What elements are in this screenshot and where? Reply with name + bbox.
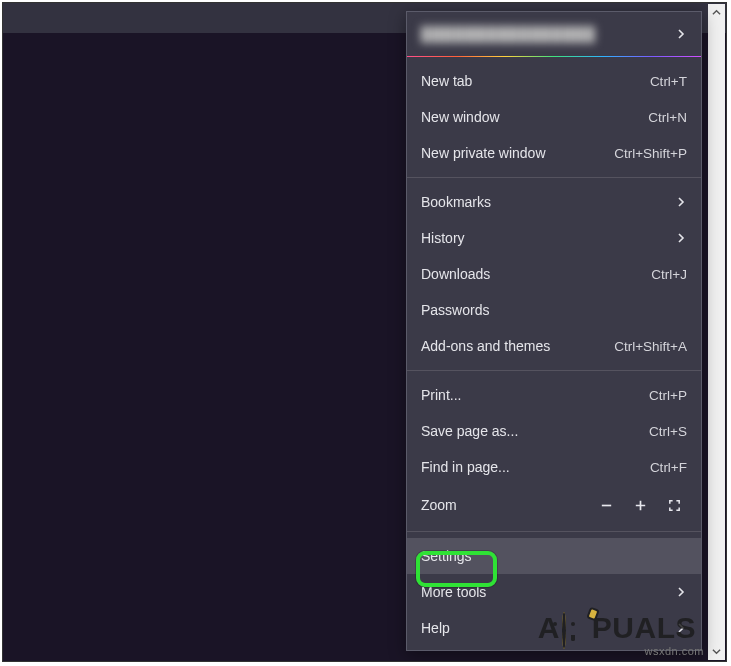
fullscreen-icon bbox=[667, 498, 682, 513]
watermark-site: wsxdn.com bbox=[644, 645, 704, 657]
menu-item-more-tools[interactable]: More tools bbox=[407, 574, 701, 610]
menu-shortcut: Ctrl+P bbox=[649, 388, 687, 403]
menu-item-new-private-window[interactable]: New private window Ctrl+Shift+P bbox=[407, 135, 701, 171]
menu-shortcut: Ctrl+Shift+P bbox=[614, 146, 687, 161]
menu-shortcut: Ctrl+J bbox=[651, 267, 687, 282]
menu-shortcut: Ctrl+T bbox=[650, 74, 687, 89]
menu-label: Add-ons and themes bbox=[421, 338, 550, 354]
menu-label: More tools bbox=[421, 584, 486, 600]
menu-item-addons[interactable]: Add-ons and themes Ctrl+Shift+A bbox=[407, 328, 701, 364]
menu-label: Help bbox=[421, 620, 450, 636]
plus-icon bbox=[633, 498, 648, 513]
minus-icon bbox=[599, 498, 614, 513]
menu-label: Bookmarks bbox=[421, 194, 491, 210]
menu-label: New window bbox=[421, 109, 500, 125]
menu-label: Passwords bbox=[421, 302, 489, 318]
zoom-out-button[interactable] bbox=[589, 491, 623, 519]
chevron-up-icon bbox=[712, 8, 721, 17]
menu-item-zoom: Zoom bbox=[407, 485, 701, 525]
menu-shortcut: Ctrl+F bbox=[650, 460, 687, 475]
menu-item-history[interactable]: History bbox=[407, 220, 701, 256]
menu-label: Save page as... bbox=[421, 423, 518, 439]
vertical-scrollbar[interactable] bbox=[708, 4, 725, 660]
menu-item-settings[interactable]: Settings bbox=[407, 538, 701, 574]
menu-item-new-tab[interactable]: New tab Ctrl+T bbox=[407, 63, 701, 99]
menu-item-account[interactable]: ████████████████ bbox=[407, 16, 701, 52]
chevron-right-icon bbox=[675, 586, 687, 598]
rainbow-separator bbox=[407, 56, 701, 57]
menu-separator bbox=[407, 531, 701, 532]
chevron-down-icon bbox=[712, 647, 721, 656]
chevron-right-icon bbox=[675, 28, 687, 40]
menu-item-bookmarks[interactable]: Bookmarks bbox=[407, 184, 701, 220]
fullscreen-button[interactable] bbox=[657, 491, 691, 519]
scroll-up-button[interactable] bbox=[708, 4, 725, 21]
menu-label: Downloads bbox=[421, 266, 490, 282]
menu-item-print[interactable]: Print... Ctrl+P bbox=[407, 377, 701, 413]
menu-item-help[interactable]: Help bbox=[407, 610, 701, 646]
menu-separator bbox=[407, 370, 701, 371]
menu-label: Find in page... bbox=[421, 459, 510, 475]
menu-label: History bbox=[421, 230, 465, 246]
zoom-in-button[interactable] bbox=[623, 491, 657, 519]
chevron-right-icon bbox=[675, 622, 687, 634]
menu-item-downloads[interactable]: Downloads Ctrl+J bbox=[407, 256, 701, 292]
chevron-right-icon bbox=[675, 232, 687, 244]
menu-item-passwords[interactable]: Passwords bbox=[407, 292, 701, 328]
menu-label: New private window bbox=[421, 145, 546, 161]
menu-shortcut: Ctrl+S bbox=[649, 424, 687, 439]
scroll-down-button[interactable] bbox=[708, 643, 725, 660]
menu-item-new-window[interactable]: New window Ctrl+N bbox=[407, 99, 701, 135]
menu-label: Settings bbox=[421, 548, 472, 564]
zoom-label: Zoom bbox=[421, 497, 457, 513]
menu-separator bbox=[407, 177, 701, 178]
account-label: ████████████████ bbox=[421, 26, 596, 42]
menu-shortcut: Ctrl+N bbox=[648, 110, 687, 125]
menu-shortcut: Ctrl+Shift+A bbox=[614, 339, 687, 354]
menu-label: New tab bbox=[421, 73, 472, 89]
menu-item-find[interactable]: Find in page... Ctrl+F bbox=[407, 449, 701, 485]
menu-label: Print... bbox=[421, 387, 461, 403]
menu-item-save-as[interactable]: Save page as... Ctrl+S bbox=[407, 413, 701, 449]
chevron-right-icon bbox=[675, 196, 687, 208]
app-menu: ████████████████ New tab Ctrl+T New wind… bbox=[406, 11, 702, 651]
